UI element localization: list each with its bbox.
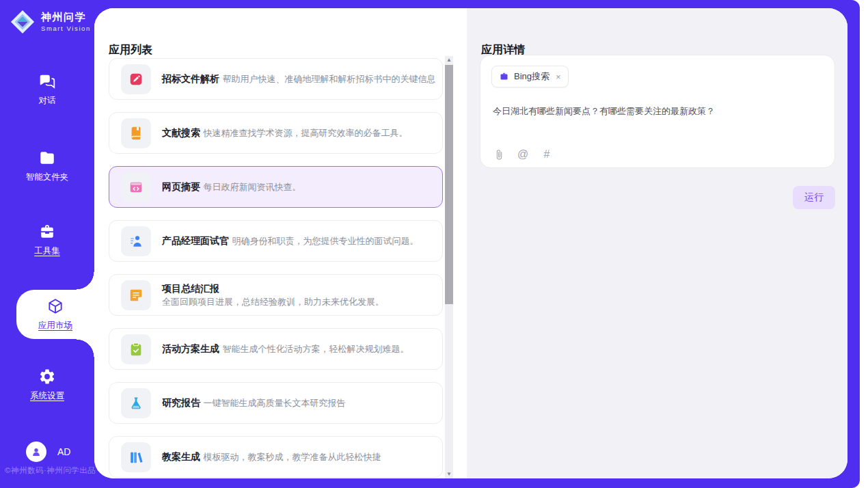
app-card-description: 帮助用户快速、准确地理解和解析招标书中的关键信息	[222, 74, 435, 84]
app-list-panel: 应用列表 招标文件解析 帮助用户快速、准确地理解和解析招标书中的关键信息 文献搜…	[94, 8, 467, 478]
attachment-toolbar: @#	[493, 148, 553, 161]
toolbox-icon	[38, 223, 56, 241]
interviewer-icon	[128, 234, 144, 249]
sticky-note-icon	[128, 288, 144, 303]
app-cards: 招标文件解析 帮助用户快速、准确地理解和解析招标书中的关键信息 文献搜索 快速精…	[109, 58, 443, 478]
diamond-logo-icon	[10, 9, 36, 35]
scroll-up-icon[interactable]: ▲	[445, 56, 453, 64]
app-card-title: 产品经理面试官	[162, 235, 229, 246]
app-card-description: 智能生成个性化活动方案，轻松解决规划难题。	[222, 344, 409, 354]
briefcase-icon	[499, 72, 509, 82]
brand-logo: 神州问学 Smart Vision	[10, 9, 91, 35]
prompt-input[interactable]: 今日湖北有哪些新闻要点？有哪些需要关注的最新政策？	[493, 105, 822, 118]
app-card-description: 快速精准查找学术资源，提高研究效率的必备工具。	[203, 128, 407, 138]
brand-subtitle: Smart Vision	[41, 25, 91, 32]
pen-square-icon	[128, 72, 144, 87]
prompt-card[interactable]: Bing搜索 × 今日湖北有哪些新闻要点？有哪些需要关注的最新政策？ @#	[480, 55, 835, 168]
app-card-title: 文献搜索	[162, 127, 200, 138]
browser-code-icon	[128, 180, 144, 195]
content-window: 应用列表 招标文件解析 帮助用户快速、准确地理解和解析招标书中的关键信息 文献搜…	[94, 8, 847, 478]
hash-icon[interactable]: #	[541, 148, 553, 161]
sidebar-item-label: 应用市场	[38, 320, 72, 331]
sidebar: 神州问学 Smart Vision 对话 智能文件夹 工具集 应用市场 系统设置…	[0, 0, 94, 488]
tool-chip-bing[interactable]: Bing搜索 ×	[491, 66, 569, 87]
sidebar-item-label: 工具集	[34, 245, 60, 257]
app-detail-panel: 应用详情 Bing搜索 × 今日湖北有哪些新闻要点？有哪些需要关注的最新政策？ …	[467, 8, 847, 478]
sidebar-item-chat[interactable]: 对话	[0, 72, 94, 107]
at-sign-icon[interactable]: @	[517, 148, 529, 161]
scrollbar-thumb[interactable]	[445, 65, 453, 304]
app-card-description: 明确身份和职责，为您提供专业性的面试问题。	[232, 236, 418, 246]
person-icon	[30, 446, 42, 458]
book-icon	[128, 126, 144, 141]
folder-icon	[38, 149, 56, 167]
sidebar-item-app-market[interactable]: 应用市场	[16, 290, 94, 339]
active-tab-notch	[77, 272, 94, 290]
sidebar-item-settings[interactable]: 系统设置	[0, 368, 94, 402]
brand-name: 神州问学	[41, 12, 91, 23]
paperclip-icon[interactable]	[493, 148, 505, 161]
sidebar-item-label: 系统设置	[30, 390, 64, 402]
chip-close-icon[interactable]: ×	[556, 72, 561, 82]
app-card-title: 项目总结汇报	[162, 283, 219, 294]
app-card-description: 全面回顾项目进展，总结经验教训，助力未来优化发展。	[162, 297, 384, 307]
scroll-down-icon[interactable]: ▼	[445, 470, 453, 478]
app-card-7[interactable]: 研究报告 一键智能生成高质量长文本研究报告	[109, 382, 443, 424]
app-card-2[interactable]: 文献搜索 快速精准查找学术资源，提高研究效率的必备工具。	[109, 112, 443, 154]
gear-icon	[38, 368, 56, 385]
app-card-title: 研究报告	[162, 397, 200, 408]
copyright-text: ©神州数码·神州问学出品	[5, 465, 96, 476]
app-list-title: 应用列表	[109, 43, 152, 57]
app-card-title: 教案生成	[162, 451, 200, 462]
app-card-description: 一键智能生成高质量长文本研究报告	[203, 398, 345, 408]
sidebar-item-label: 智能文件夹	[26, 172, 69, 183]
app-card-6[interactable]: 活动方案生成 智能生成个性化活动方案，轻松解决规划难题。	[109, 328, 443, 370]
user-initials: AD	[57, 446, 70, 457]
app-card-5[interactable]: 项目总结汇报 全面回顾项目进展，总结经验教训，助力未来优化发展。	[109, 274, 443, 316]
app-card-description: 模板驱动，教案秒成，教学准备从此轻松快捷	[203, 452, 381, 462]
clipboard-check-icon	[128, 342, 144, 357]
run-button[interactable]: 运行	[793, 186, 835, 209]
app-card-3[interactable]: 网页摘要 每日政府新闻资讯快查。	[109, 166, 443, 208]
app-card-title: 招标文件解析	[162, 73, 219, 84]
user-row[interactable]: AD	[26, 442, 70, 462]
cube-icon	[46, 297, 64, 315]
app-card-title: 网页摘要	[162, 181, 200, 192]
app-card-1[interactable]: 招标文件解析 帮助用户快速、准确地理解和解析招标书中的关键信息	[109, 58, 443, 100]
scrollbar[interactable]: ▲ ▼	[445, 56, 453, 478]
flask-icon	[128, 396, 144, 411]
sidebar-item-toolbox[interactable]: 工具集	[0, 223, 94, 257]
sidebar-item-label: 对话	[39, 95, 56, 107]
active-tab-notch	[77, 339, 94, 357]
app-card-title: 活动方案生成	[162, 343, 219, 354]
app-card-8[interactable]: 教案生成 模板驱动，教案秒成，教学准备从此轻松快捷	[109, 436, 443, 478]
app-card-4[interactable]: 产品经理面试官 明确身份和职责，为您提供专业性的面试问题。	[109, 220, 443, 262]
avatar[interactable]	[26, 442, 46, 462]
books-icon	[128, 450, 144, 465]
app-card-description: 每日政府新闻资讯快查。	[203, 182, 301, 192]
chat-icon	[38, 72, 56, 90]
tool-chip-label: Bing搜索	[514, 70, 550, 83]
sidebar-item-folders[interactable]: 智能文件夹	[0, 149, 94, 183]
